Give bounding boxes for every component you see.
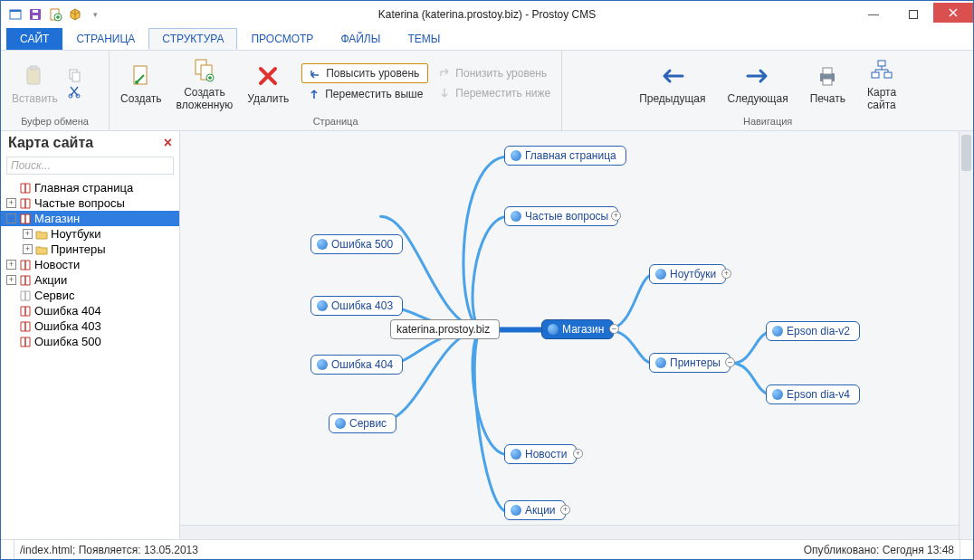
tree-item[interactable]: Ошибка 403 — [1, 318, 179, 334]
node-actions[interactable]: Акции — [504, 500, 566, 520]
group-label-page: Страница — [115, 114, 556, 128]
tree-expander[interactable]: + — [23, 244, 33, 254]
delete-button[interactable]: Удалить — [242, 60, 294, 107]
qat-cube-icon[interactable] — [68, 7, 82, 22]
qat-app-icon[interactable] — [8, 7, 23, 22]
next-button[interactable]: Следующая — [722, 60, 794, 107]
node-epson2[interactable]: Epson dia-v2 — [766, 321, 860, 341]
tree-item[interactable]: Ошибка 404 — [1, 303, 179, 318]
sidebar-title: Карта сайта — [8, 135, 93, 151]
book-red-icon — [19, 305, 32, 318]
node-faq[interactable]: Частые вопросы — [504, 206, 618, 226]
node-service[interactable]: Сервис — [329, 413, 396, 433]
search-input[interactable]: Поиск... — [6, 157, 174, 175]
tab-files[interactable]: ФАЙЛЫ — [327, 28, 394, 50]
tree-expander[interactable]: - — [6, 214, 16, 223]
book-red-icon — [19, 182, 32, 195]
tree-expander[interactable]: + — [6, 275, 16, 285]
status-right: Опубликовано: Сегодня 13:48 — [804, 544, 954, 556]
collapse-printers[interactable]: – — [725, 357, 735, 367]
tree-label: Новости — [34, 258, 80, 271]
globe-icon — [317, 300, 328, 311]
node-epson4[interactable]: Epson dia-v4 — [766, 384, 860, 404]
minimize-button[interactable]: — — [854, 3, 893, 26]
expand-actions[interactable]: + — [560, 505, 570, 515]
print-button[interactable]: Печать — [805, 60, 851, 107]
svg-rect-7 — [910, 11, 918, 19]
book-red-icon — [19, 336, 32, 348]
svg-rect-8 — [27, 68, 40, 84]
node-laptops[interactable]: Ноутбуки — [649, 264, 726, 284]
book-red-icon — [19, 197, 32, 210]
sitemap-tree: Главная страница+Частые вопросы-Магазин+… — [1, 176, 179, 539]
node-err403[interactable]: Ошибка 403 — [310, 296, 403, 316]
raise-level-button[interactable]: Повысить уровень — [301, 63, 428, 83]
folder-icon — [35, 243, 48, 256]
tab-structure[interactable]: СТРУКТУРА — [148, 28, 237, 50]
tree-expander — [6, 183, 16, 193]
tree-item[interactable]: +Частые вопросы — [1, 195, 179, 211]
tab-page[interactable]: СТРАНИЦА — [62, 28, 148, 50]
create-nested-button[interactable]: Создать вложенную — [171, 53, 239, 112]
svg-rect-1 — [10, 10, 21, 12]
expand-news[interactable]: + — [573, 449, 583, 459]
tree-expander[interactable]: + — [6, 260, 16, 270]
tree-label: Ноутбуки — [51, 227, 101, 241]
group-label-buffer: Буфер обмена — [6, 114, 103, 128]
book-gray-icon — [19, 289, 32, 302]
node-main[interactable]: Главная страница — [504, 146, 626, 166]
tree-expander — [6, 337, 16, 346]
qat-newpage-icon[interactable] — [48, 7, 62, 22]
close-button[interactable] — [933, 3, 973, 23]
tree-item[interactable]: +Ноутбуки — [1, 226, 179, 242]
expand-faq[interactable]: + — [611, 211, 621, 221]
paste-button: Вставить — [6, 60, 63, 107]
tab-site[interactable]: САЙТ — [6, 28, 62, 50]
tree-expander — [6, 321, 16, 331]
node-news[interactable]: Новости — [504, 444, 577, 464]
node-root[interactable]: katerina.prostoy.biz — [390, 319, 500, 339]
node-err500[interactable]: Ошибка 500 — [310, 234, 403, 254]
group-label-nav: Навигация — [568, 114, 968, 128]
tree-expander[interactable]: + — [23, 229, 33, 239]
globe-icon — [317, 239, 328, 250]
move-up-button[interactable]: Переместить выше — [301, 85, 428, 103]
tree-item[interactable]: +Принтеры — [1, 242, 179, 257]
tree-item[interactable]: +Новости — [1, 257, 179, 272]
expand-laptops[interactable]: + — [721, 269, 731, 279]
tab-view[interactable]: ПРОСМОТР — [237, 28, 327, 50]
maximize-button[interactable] — [893, 3, 933, 26]
tree-label: Сервис — [34, 289, 75, 302]
create-button[interactable]: Создать — [115, 60, 167, 107]
tab-themes[interactable]: ТЕМЫ — [394, 28, 454, 50]
tree-item[interactable]: -Магазин — [1, 211, 179, 226]
scrollbar-horizontal[interactable] — [180, 525, 959, 539]
scrollbar-vertical[interactable] — [959, 131, 973, 539]
prev-button[interactable]: Предыдущая — [634, 60, 711, 107]
tree-expander — [6, 306, 16, 316]
tree-expander[interactable]: + — [6, 198, 16, 208]
globe-icon — [511, 211, 521, 222]
tree-label: Главная страница — [34, 181, 133, 195]
copy-icon[interactable] — [67, 68, 81, 82]
cut-icon[interactable] — [67, 84, 81, 99]
globe-icon — [511, 150, 521, 161]
sidebar-close-icon[interactable]: × — [164, 135, 172, 151]
node-shop[interactable]: Магазин — [541, 319, 614, 339]
tree-item[interactable]: Главная страница — [1, 180, 179, 195]
qat-dropdown-icon[interactable]: ▾ — [88, 7, 102, 22]
tree-item[interactable]: +Акции — [1, 272, 179, 288]
node-err404[interactable]: Ошибка 404 — [310, 355, 403, 375]
svg-rect-20 — [823, 68, 832, 74]
tree-item[interactable]: Ошибка 500 — [1, 334, 179, 349]
qat-save-icon[interactable] — [28, 7, 43, 22]
tree-expander — [6, 290, 16, 300]
globe-icon — [772, 389, 783, 400]
svg-point-15 — [135, 81, 138, 84]
tree-label: Принтеры — [51, 242, 106, 256]
sitemap-button[interactable]: Карта сайта — [862, 53, 902, 112]
collapse-shop[interactable]: – — [609, 324, 619, 334]
tree-item[interactable]: Сервис — [1, 288, 179, 303]
status-left: /index.html; Появляется: 13.05.2013 — [20, 544, 198, 556]
node-printers[interactable]: Принтеры — [649, 353, 730, 373]
